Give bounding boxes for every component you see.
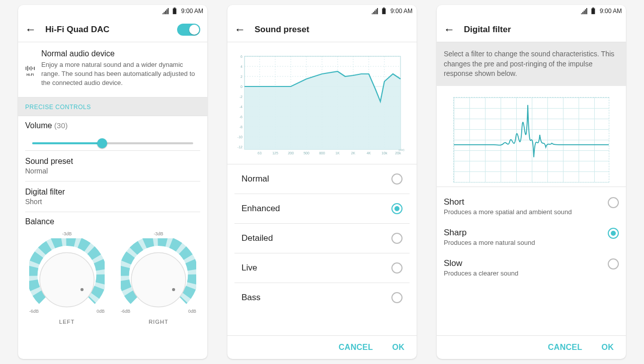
filter-option-slow[interactable]: Slow Produces a clearer sound [437,252,626,283]
preset-option-bass[interactable]: Bass [234,283,410,312]
radio-icon[interactable] [391,292,403,303]
svg-text:4: 4 [240,65,243,68]
battery-icon [380,8,387,15]
preset-label: Sound preset [25,157,200,166]
radio-icon[interactable] [391,233,403,244]
radio-icon[interactable] [608,258,619,269]
dial-top-label: -3dB [153,231,163,236]
signal-icon [371,8,378,15]
svg-point-4 [131,252,186,307]
filter-value: Short [25,198,200,206]
volume-row[interactable]: Volume (30) [18,116,207,150]
device-info-row: Hi-Fi Normal audio device Enjoy a more n… [18,42,207,98]
preset-option-normal[interactable]: Normal [234,164,410,194]
battery-icon [590,8,597,15]
svg-text:-6: -6 [239,115,243,119]
svg-text:0: 0 [240,85,243,88]
eq-chart: 642 0-2-4 -6-8-10 -12 63125200 5008001K … [227,42,417,164]
radio-icon[interactable] [391,173,403,185]
svg-rect-49 [591,9,595,14]
preset-option-detailed[interactable]: Detailed [234,224,410,253]
svg-text:-12: -12 [237,145,243,149]
svg-text:6: 6 [240,55,243,58]
svg-text:10k: 10k [381,151,387,155]
dialog-footer: CANCEL OK [227,335,417,359]
svg-text:63: 63 [258,151,262,155]
svg-text:-10: -10 [237,135,243,139]
preset-value: Normal [25,167,200,175]
ok-button[interactable]: OK [601,343,614,352]
svg-text:1K: 1K [336,151,340,155]
svg-rect-7 [383,8,385,9]
svg-text:4K: 4K [367,151,371,155]
impulse-chart [437,86,626,187]
status-time: 9:00 AM [600,8,622,15]
svg-rect-0 [173,9,176,14]
screen-hifi-dac: 9:00 AM ← Hi-Fi Quad DAC Hi-Fi Normal au… [18,5,207,359]
cancel-button[interactable]: CANCEL [339,343,373,352]
radio-icon[interactable] [608,197,619,208]
dac-toggle[interactable] [177,24,200,36]
svg-text:200: 200 [288,151,294,155]
back-arrow-icon[interactable]: ← [25,23,36,36]
status-time: 9:00 AM [181,8,203,15]
page-title: Sound preset [255,25,410,35]
volume-label: Volume [25,121,52,130]
dial-caption-right: RIGHT [148,319,168,325]
balance-row: Balance [18,212,207,231]
svg-text:500: 500 [303,151,309,155]
svg-point-5 [172,288,175,291]
signal-icon [581,8,588,15]
filter-label: Digital filter [25,188,200,197]
balance-dials: -3dB -6dB0dB LEFT -3dB [18,231,207,329]
svg-rect-6 [382,9,385,14]
svg-rect-1 [174,8,176,9]
back-arrow-icon[interactable]: ← [234,23,246,36]
volume-slider[interactable] [25,138,200,148]
cancel-button[interactable]: CANCEL [548,343,582,352]
balance-dial-right[interactable] [121,238,196,314]
digital-filter-row[interactable]: Digital filter Short [25,181,200,212]
page-title: Digital filter [464,25,619,35]
slider-thumb-icon[interactable] [97,138,107,148]
status-bar: 9:00 AM [18,5,207,17]
svg-point-3 [80,288,84,291]
preset-list: Normal Enhanced Detailed Live Bass [227,164,417,335]
preset-option-enhanced[interactable]: Enhanced [234,194,410,224]
app-bar: ← Sound preset [227,17,417,42]
svg-text:800: 800 [319,151,325,155]
back-arrow-icon[interactable]: ← [444,23,455,36]
radio-icon[interactable] [391,262,403,274]
svg-text:2: 2 [240,75,243,78]
status-bar: 9:00 AM [227,5,417,17]
screen-sound-preset: 9:00 AM ← Sound preset [227,5,417,359]
radio-icon[interactable] [608,228,619,239]
section-header-precise: PRECISE CONTROLS [18,98,207,116]
svg-text:-8: -8 [239,125,243,129]
svg-rect-50 [592,8,594,9]
svg-text:125: 125 [272,151,278,155]
screen-digital-filter: 9:00 AM ← Digital filter Select a filter… [437,5,626,359]
status-bar: 9:00 AM [437,5,626,17]
preset-option-live[interactable]: Live [234,253,410,283]
sound-preset-row[interactable]: Sound preset Normal [25,150,200,181]
status-time: 9:00 AM [390,8,413,15]
svg-text:-2: -2 [239,95,243,99]
filter-option-short[interactable]: Short Produces a more spatial and ambien… [437,191,626,222]
signal-icon [162,8,169,15]
svg-text:-4: -4 [239,105,243,109]
radio-icon[interactable] [391,203,403,214]
battery-icon [171,8,178,15]
filter-option-sharp[interactable]: Sharp Produces a more natural sound [437,222,626,252]
hifi-icon: Hi-Fi [25,49,35,88]
svg-text:2K: 2K [351,151,356,155]
balance-dial-left[interactable] [29,238,105,314]
svg-point-2 [40,252,94,307]
filter-list: Short Produces a more spatial and ambien… [437,187,626,283]
device-desc: Enjoy a more natural sound and a wider d… [41,60,200,88]
ok-button[interactable]: OK [392,343,405,352]
app-bar: ← Digital filter [437,17,626,42]
filter-help-text: Select a filter to change the sound char… [437,42,626,86]
dial-caption-left: LEFT [59,319,75,325]
app-bar: ← Hi-Fi Quad DAC [18,17,207,42]
